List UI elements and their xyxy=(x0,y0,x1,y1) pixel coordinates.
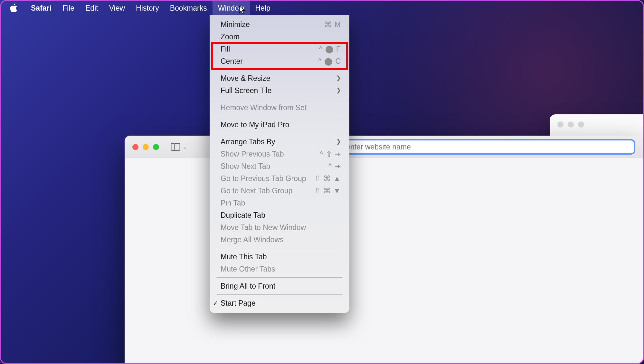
menu-pin-tab: Pin Tab xyxy=(210,197,349,209)
menu-mute-other-tabs: Mute Other Tabs xyxy=(210,263,349,275)
menubar-view[interactable]: View xyxy=(104,1,130,15)
menu-merge-all-windows: Merge All Windows xyxy=(210,234,349,246)
menu-item-shortcut: ⇧ ⌘ ▲ xyxy=(314,174,341,183)
menubar-edit[interactable]: Edit xyxy=(80,1,104,15)
window-menu-dropdown: Minimize ⌘ M Zoom Fill ^ ⬤ F Center ^ ⬤ … xyxy=(210,15,349,313)
submenu-chevron-icon: ❯ xyxy=(336,138,341,145)
menu-item-label: Go to Previous Tab Group xyxy=(221,174,306,183)
traffic-minimize-icon[interactable] xyxy=(143,144,149,150)
menu-move-resize[interactable]: Move & Resize ❯ xyxy=(210,72,349,84)
menu-full-screen-tile[interactable]: Full Screen Tile ❯ xyxy=(210,84,349,97)
menu-item-shortcut: ^ ⬤ F xyxy=(319,45,341,53)
menubar-app-name[interactable]: Safari xyxy=(25,1,57,15)
traffic-lights xyxy=(550,114,637,128)
menu-item-label: Show Next Tab xyxy=(221,162,270,171)
menu-item-label: Go to Next Tab Group xyxy=(221,187,292,195)
menu-separator xyxy=(217,133,342,133)
menu-item-label: Zoom xyxy=(221,33,240,41)
menubar-window[interactable]: Window xyxy=(213,1,250,15)
menu-arrange-tabs-by[interactable]: Arrange Tabs By ❯ xyxy=(210,136,349,148)
menu-show-previous-tab: Show Previous Tab ^ ⇧ ⇥ xyxy=(210,148,349,160)
address-input[interactable] xyxy=(312,143,629,151)
menu-item-label: Move & Resize xyxy=(221,74,270,83)
menu-separator xyxy=(217,248,342,248)
menu-item-label: Move to My iPad Pro xyxy=(221,120,289,129)
traffic-close-icon[interactable] xyxy=(557,121,564,128)
menu-mute-this-tab[interactable]: Mute This Tab xyxy=(210,251,349,263)
menu-separator xyxy=(217,294,342,295)
menu-item-label: Minimize xyxy=(221,20,250,29)
menu-item-label: Show Previous Tab xyxy=(221,150,284,158)
traffic-lights xyxy=(132,144,159,150)
menu-fill[interactable]: Fill ^ ⬤ F xyxy=(210,43,349,55)
chevron-down-icon[interactable]: ⌄ xyxy=(183,144,187,150)
menu-item-shortcut: ^ ⇥ xyxy=(328,162,341,171)
submenu-chevron-icon: ❯ xyxy=(336,87,341,94)
menu-go-next-tab-group: Go to Next Tab Group ⇧ ⌘ ▼ xyxy=(210,185,349,197)
menubar-history[interactable]: History xyxy=(130,1,165,15)
menu-duplicate-tab[interactable]: Duplicate Tab xyxy=(210,209,349,221)
menu-move-tab-new-window: Move Tab to New Window xyxy=(210,221,349,234)
traffic-zoom-icon[interactable] xyxy=(578,121,584,128)
menu-separator xyxy=(217,99,342,99)
menu-item-label: Merge All Windows xyxy=(221,235,284,244)
menu-show-next-tab: Show Next Tab ^ ⇥ xyxy=(210,160,349,172)
menu-move-to-ipad[interactable]: Move to My iPad Pro xyxy=(210,119,349,131)
menu-item-label: Pin Tab xyxy=(221,199,245,207)
menu-minimize[interactable]: Minimize ⌘ M xyxy=(210,18,349,31)
menu-item-label: Move Tab to New Window xyxy=(221,223,306,232)
menu-item-label: Mute This Tab xyxy=(221,253,267,261)
menu-item-shortcut: ⇧ ⌘ ▼ xyxy=(314,187,341,195)
sidebar-icon xyxy=(171,142,180,152)
menu-item-label: Full Screen Tile xyxy=(221,86,272,95)
menu-go-prev-tab-group: Go to Previous Tab Group ⇧ ⌘ ▲ xyxy=(210,172,349,185)
menu-item-label: Mute Other Tabs xyxy=(221,265,275,273)
menu-item-label: Bring All to Front xyxy=(221,282,275,291)
safari-window: ⌄ xyxy=(125,136,643,363)
sidebar-toggle-button[interactable]: ⌄ xyxy=(171,142,187,152)
menu-separator xyxy=(217,70,342,70)
traffic-zoom-icon[interactable] xyxy=(153,144,159,150)
menu-separator xyxy=(217,277,342,278)
menubar-bookmarks[interactable]: Bookmarks xyxy=(165,1,213,15)
traffic-minimize-icon[interactable] xyxy=(568,121,574,128)
menu-bring-all-to-front[interactable]: Bring All to Front xyxy=(210,280,349,292)
apple-logo-icon[interactable] xyxy=(9,4,18,13)
menu-item-shortcut: ⌘ M xyxy=(324,20,341,29)
menu-separator xyxy=(217,116,342,116)
menu-item-label: Start Page xyxy=(221,299,256,308)
safari-toolbar: ⌄ xyxy=(125,136,643,158)
menu-start-page[interactable]: Start Page xyxy=(210,297,349,309)
submenu-chevron-icon: ❯ xyxy=(336,74,341,81)
traffic-close-icon[interactable] xyxy=(132,144,138,150)
menu-item-label: Remove Window from Set xyxy=(221,103,307,112)
menu-remove-window-from-set: Remove Window from Set xyxy=(210,101,349,114)
menu-item-shortcut: ^ ⇧ ⇥ xyxy=(319,150,341,158)
menu-item-label: Center xyxy=(221,57,243,66)
menu-zoom[interactable]: Zoom xyxy=(210,31,349,43)
menu-item-label: Fill xyxy=(221,45,230,53)
svg-rect-0 xyxy=(171,143,180,151)
menu-item-label: Duplicate Tab xyxy=(221,211,265,220)
menu-item-label: Arrange Tabs By xyxy=(221,138,275,146)
menubar-file[interactable]: File xyxy=(57,1,80,15)
menu-item-shortcut: ^ ⬤ C xyxy=(318,57,341,66)
macos-menubar: Safari File Edit View History Bookmarks … xyxy=(1,1,643,15)
menubar-help[interactable]: Help xyxy=(250,1,276,15)
menu-center[interactable]: Center ^ ⬤ C xyxy=(210,55,349,67)
